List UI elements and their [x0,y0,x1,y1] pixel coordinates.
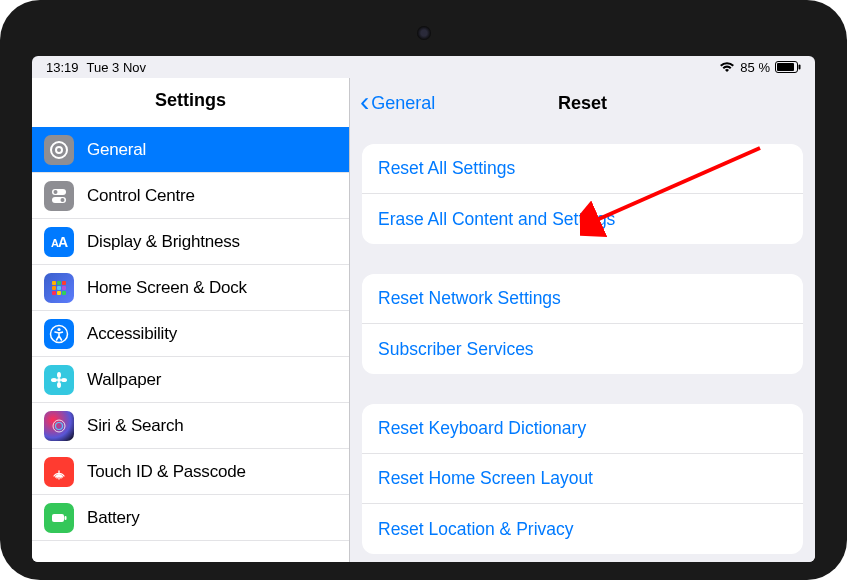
svg-text:A: A [58,234,68,250]
reset-location-privacy-row[interactable]: Reset Location & Privacy [362,504,803,554]
reset-group-3: Reset Keyboard Dictionary Reset Home Scr… [362,404,803,554]
svg-rect-17 [52,291,56,295]
svg-point-6 [54,190,58,194]
sidebar-item-battery[interactable]: Battery [32,495,349,541]
reset-all-settings-row[interactable]: Reset All Settings [362,144,803,194]
svg-rect-19 [62,291,66,295]
sidebar-item-wallpaper[interactable]: Wallpaper [32,357,349,403]
wifi-icon [719,61,735,73]
page-title: Reset [558,93,607,114]
siri-icon [44,411,74,441]
row-label: Reset Home Screen Layout [378,468,593,489]
svg-point-21 [57,327,60,330]
svg-rect-15 [57,286,61,290]
sidebar-list[interactable]: General Control Centre AA Display & Brig… [32,127,349,562]
sidebar-item-touch-id[interactable]: Touch ID & Passcode [32,449,349,495]
sidebar-item-label: Touch ID & Passcode [87,462,246,482]
sidebar: Settings General Control Centre [32,78,350,562]
battery-icon [775,61,801,73]
sidebar-item-label: Accessibility [87,324,177,344]
chevron-left-icon: ‹ [360,95,369,109]
device-frame: 13:19 Tue 3 Nov 85 % Settings [0,0,847,580]
sidebar-title: Settings [32,78,349,127]
back-button[interactable]: ‹ General [350,93,435,114]
svg-rect-29 [52,514,64,522]
sidebar-item-general[interactable]: General [32,127,349,173]
sidebar-item-label: Control Centre [87,186,195,206]
svg-rect-13 [62,281,66,285]
row-label: Erase All Content and Settings [378,209,615,230]
sidebar-item-label: General [87,140,146,160]
fingerprint-icon [44,457,74,487]
status-time: 13:19 [46,60,79,75]
svg-rect-12 [57,281,61,285]
accessibility-icon [44,319,74,349]
apps-grid-icon [44,273,74,303]
svg-rect-30 [65,516,67,520]
svg-point-23 [57,372,61,378]
status-bar: 13:19 Tue 3 Nov 85 % [32,56,815,78]
gear-icon [44,135,74,165]
svg-rect-2 [799,65,801,70]
text-size-icon: AA [44,227,74,257]
sidebar-item-label: Battery [87,508,139,528]
screen: 13:19 Tue 3 Nov 85 % Settings [32,56,815,562]
camera-dot [417,26,431,40]
svg-point-3 [51,142,67,158]
sidebar-item-home-screen[interactable]: Home Screen & Dock [32,265,349,311]
back-label: General [371,93,435,114]
reset-network-settings-row[interactable]: Reset Network Settings [362,274,803,324]
sidebar-item-control-centre[interactable]: Control Centre [32,173,349,219]
svg-rect-18 [57,291,61,295]
row-label: Reset Network Settings [378,288,561,309]
sidebar-item-label: Display & Brightness [87,232,240,252]
row-label: Reset Keyboard Dictionary [378,418,586,439]
svg-rect-11 [52,281,56,285]
sidebar-item-label: Siri & Search [87,416,184,436]
svg-rect-1 [777,63,794,71]
svg-point-22 [57,378,61,382]
battery-pct: 85 % [740,60,770,75]
erase-all-content-row[interactable]: Erase All Content and Settings [362,194,803,244]
battery-icon [44,503,74,533]
reset-group-1: Reset All Settings Erase All Content and… [362,144,803,244]
reset-keyboard-dictionary-row[interactable]: Reset Keyboard Dictionary [362,404,803,454]
svg-rect-14 [52,286,56,290]
status-date: Tue 3 Nov [87,60,147,75]
row-label: Reset All Settings [378,158,515,179]
sidebar-item-label: Wallpaper [87,370,161,390]
svg-point-8 [61,198,65,202]
sidebar-item-accessibility[interactable]: Accessibility [32,311,349,357]
svg-point-4 [56,147,62,153]
reset-home-screen-layout-row[interactable]: Reset Home Screen Layout [362,454,803,504]
svg-point-27 [53,420,65,432]
sidebar-item-siri[interactable]: Siri & Search [32,403,349,449]
svg-point-25 [51,378,57,382]
reset-group-2: Reset Network Settings Subscriber Servic… [362,274,803,374]
detail-pane: ‹ General Reset Reset All Settings Erase… [350,78,815,562]
toggles-icon [44,181,74,211]
svg-point-26 [61,378,67,382]
svg-point-24 [57,382,61,388]
sidebar-item-label: Home Screen & Dock [87,278,247,298]
detail-header: ‹ General Reset [350,78,815,128]
flower-icon [44,365,74,395]
svg-rect-16 [62,286,66,290]
sidebar-item-display[interactable]: AA Display & Brightness [32,219,349,265]
svg-point-28 [56,422,63,429]
row-label: Reset Location & Privacy [378,519,574,540]
subscriber-services-row[interactable]: Subscriber Services [362,324,803,374]
row-label: Subscriber Services [378,339,534,360]
